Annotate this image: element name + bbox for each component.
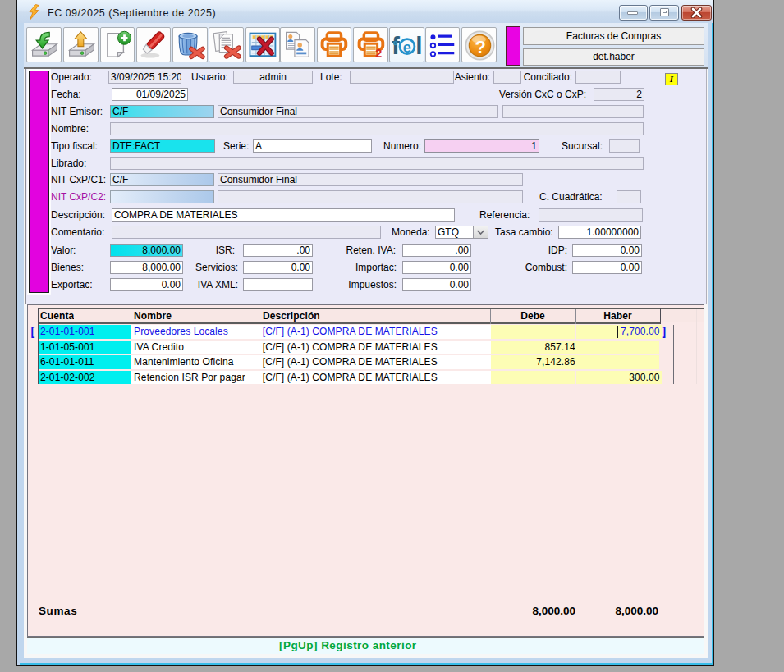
svg-text:?: ? [475,36,485,57]
svg-text:l: l [415,31,422,58]
svg-text:f: f [392,31,400,58]
svg-text:e: e [402,38,410,55]
svg-text:2: 2 [375,47,382,60]
